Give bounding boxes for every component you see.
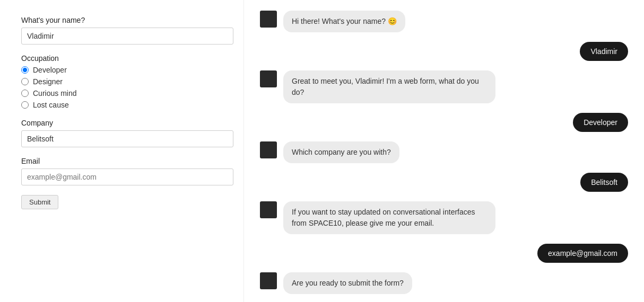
- bot-bubble-5: Which company are you with?: [283, 141, 399, 163]
- name-input[interactable]: [21, 28, 233, 45]
- bot-avatar-7: [260, 201, 277, 218]
- radio-lost-cause[interactable]: Lost cause: [21, 101, 222, 109]
- bot-bubble-1: Hi there! What's your name? 😊: [283, 11, 405, 32]
- radio-lost-cause-label: Lost cause: [33, 101, 69, 109]
- user-bubble-8: example@gmail.com: [537, 244, 628, 263]
- chat-row-2: Vladimir: [260, 42, 628, 61]
- chat-row-8: example@gmail.com: [260, 244, 628, 263]
- company-input[interactable]: [21, 130, 233, 147]
- bot-bubble-7: If you want to stay updated on conversat…: [283, 201, 495, 234]
- radio-developer-label: Developer: [33, 66, 67, 74]
- user-bubble-2: Vladimir: [580, 42, 628, 61]
- radio-designer[interactable]: Designer: [21, 77, 222, 86]
- email-input[interactable]: [21, 168, 233, 185]
- left-panel: What's your name? Occupation Developer D…: [0, 0, 244, 302]
- bot-avatar-1: [260, 11, 277, 28]
- bot-bubble-9: Are you ready to submit the form?: [283, 272, 412, 294]
- occupation-label: Occupation: [21, 54, 222, 63]
- user-bubble-6: Belitsoft: [580, 173, 628, 192]
- chat-row-1: Hi there! What's your name? 😊: [260, 11, 628, 32]
- company-field-group: Company: [21, 119, 222, 147]
- radio-developer[interactable]: Developer: [21, 66, 222, 74]
- occupation-field-group: Occupation Developer Designer Curious mi…: [21, 54, 222, 109]
- name-field-group: What's your name?: [21, 16, 222, 45]
- bot-avatar-5: [260, 141, 277, 158]
- bot-avatar-3: [260, 70, 277, 87]
- radio-curious-mind[interactable]: Curious mind: [21, 89, 222, 97]
- radio-curious-mind-label: Curious mind: [33, 89, 76, 97]
- company-label: Company: [21, 119, 222, 127]
- chat-row-4: Developer: [260, 113, 628, 132]
- name-label: What's your name?: [21, 16, 222, 24]
- submit-button[interactable]: Submit: [21, 195, 58, 209]
- chat-row-5: Which company are you with?: [260, 141, 628, 163]
- radio-designer-label: Designer: [33, 77, 63, 86]
- right-panel: Hi there! What's your name? 😊 Vladimir G…: [244, 0, 644, 302]
- email-label: Email: [21, 157, 222, 165]
- chat-row-3: Great to meet you, Vladimir! I'm a web f…: [260, 70, 628, 103]
- main-container: What's your name? Occupation Developer D…: [0, 0, 644, 302]
- email-field-group: Email: [21, 157, 222, 185]
- occupation-radio-group: Developer Designer Curious mind Lost cau…: [21, 66, 222, 109]
- bot-bubble-3: Great to meet you, Vladimir! I'm a web f…: [283, 70, 495, 103]
- chat-row-6: Belitsoft: [260, 173, 628, 192]
- chat-row-9: Are you ready to submit the form?: [260, 272, 628, 294]
- bot-avatar-9: [260, 272, 277, 289]
- chat-row-7: If you want to stay updated on conversat…: [260, 201, 628, 234]
- user-bubble-4: Developer: [573, 113, 628, 132]
